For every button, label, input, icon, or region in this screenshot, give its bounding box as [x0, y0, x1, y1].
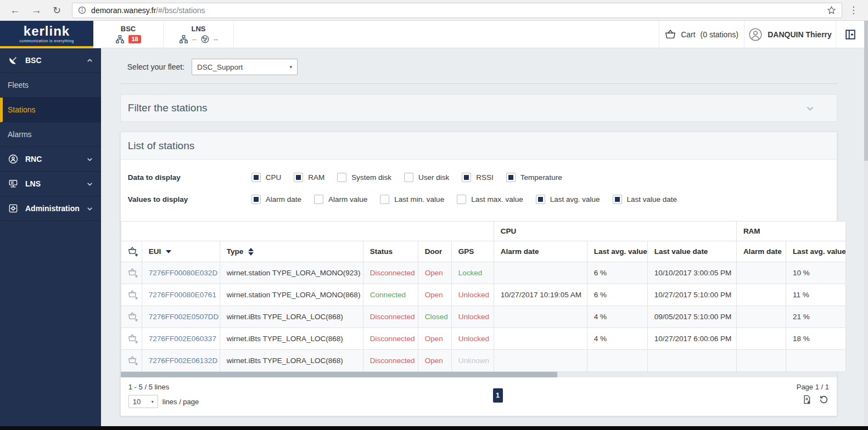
- checkbox-last-value-date[interactable]: Last value date: [613, 195, 677, 204]
- checkbox-checked[interactable]: [251, 195, 261, 204]
- fleet-select-value: DSC_Support: [197, 63, 243, 71]
- refresh-icon[interactable]: [819, 394, 829, 405]
- station-eui-link[interactable]: 7276FF00080E032D: [142, 262, 220, 284]
- station-eui-link[interactable]: 7276FF002E0507DD: [142, 306, 220, 328]
- page-info-icon[interactable]: [78, 6, 86, 14]
- station-eui-link[interactable]: 7276FF002E06132D: [142, 350, 220, 372]
- sidebar-item-alarms[interactable]: Alarms: [0, 122, 101, 147]
- user-menu[interactable]: DANQUIN Thierry: [744, 21, 836, 48]
- values-to-display-row: Values to display Alarm dateAlarm valueL…: [128, 188, 830, 210]
- checkbox-checked[interactable]: [294, 173, 303, 182]
- browser-address-bar[interactable]: demoran.wanesy.fr/#/bsc/stations: [72, 3, 842, 18]
- cpu-last-value-date: [647, 350, 736, 372]
- stations-table: CPU RAM EUI Ty: [121, 221, 846, 372]
- vertical-scrollbar-thumb[interactable]: [864, 21, 868, 161]
- add-to-cart-button[interactable]: [121, 306, 142, 328]
- header-tab-lns[interactable]: LNS -- --: [164, 21, 234, 48]
- column-header-cpu-last-avg[interactable]: Last avg. value: [587, 241, 647, 262]
- column-header-door[interactable]: Door: [418, 241, 451, 262]
- fleet-select[interactable]: DSC_Support ▾: [192, 59, 298, 75]
- checkbox-ram[interactable]: RAM: [294, 173, 324, 182]
- kerlink-logo[interactable]: kerlink communication is everything: [0, 21, 93, 48]
- column-header-ram-alarm-date[interactable]: Alarm date: [736, 241, 786, 262]
- fleet-selector-row: Select your fleet: DSC_Support ▾: [120, 58, 837, 76]
- cart-button[interactable]: Cart (0 stations): [659, 21, 744, 48]
- add-all-to-cart-button[interactable]: [121, 241, 142, 262]
- checkbox-last-min-value[interactable]: Last min. value: [380, 195, 444, 204]
- checkbox-checked[interactable]: [462, 173, 471, 182]
- list-card-header: List of stations: [121, 132, 837, 160]
- sidebar-item-label: Fleets: [8, 81, 29, 89]
- add-to-cart-button[interactable]: [121, 262, 142, 284]
- checkbox-last-avg-value[interactable]: Last avg. value: [536, 195, 600, 204]
- ram-alarm-date: [736, 284, 786, 306]
- checkbox-cpu[interactable]: CPU: [251, 173, 282, 182]
- sidebar-item-label: Administration: [25, 204, 80, 213]
- checkbox-user-disk[interactable]: User disk: [404, 173, 449, 182]
- vertical-scrollbar[interactable]: [864, 21, 868, 426]
- sidebar-item-fleets[interactable]: Fleets: [0, 73, 101, 98]
- checkbox-checked[interactable]: [251, 173, 261, 182]
- sidebar-item-rnc[interactable]: RNC: [0, 147, 101, 172]
- column-header-status[interactable]: Status: [363, 241, 418, 262]
- browser-forward-button[interactable]: →: [27, 5, 46, 15]
- sidebar-item-administration[interactable]: Administration: [0, 196, 101, 221]
- checkbox-last-max-value[interactable]: Last max. value: [457, 195, 523, 204]
- browser-menu-icon[interactable]: ⋮: [844, 4, 863, 16]
- apps-grid-button[interactable]: [836, 21, 864, 48]
- checkbox-unchecked[interactable]: [404, 173, 413, 182]
- checkbox-unchecked[interactable]: [380, 195, 389, 204]
- horizontal-scrollbar[interactable]: [121, 372, 837, 377]
- checkbox-alarm-value[interactable]: Alarm value: [314, 195, 367, 204]
- add-to-cart-button[interactable]: [121, 284, 142, 306]
- sidebar-item-lns[interactable]: LNS: [0, 172, 101, 196]
- checkbox-alarm-date[interactable]: Alarm date: [251, 195, 301, 204]
- add-to-cart-button[interactable]: [121, 350, 142, 372]
- checkbox-unchecked[interactable]: [457, 195, 466, 204]
- lines-per-page-select[interactable]: 10 ▾: [128, 395, 158, 408]
- column-header-eui[interactable]: EUI: [142, 241, 220, 262]
- column-header-gps[interactable]: GPS: [451, 241, 494, 262]
- cpu-last-value-date: 10/27/2017 5:10:00 PM: [647, 284, 736, 306]
- browser-reload-button[interactable]: ↻: [48, 5, 65, 15]
- column-header-cpu-last-value-date[interactable]: Last value date: [647, 241, 736, 262]
- checkbox-unchecked[interactable]: [314, 195, 323, 204]
- checkbox-rssi[interactable]: RSSI: [462, 173, 494, 182]
- add-to-cart-button[interactable]: [121, 328, 142, 350]
- column-header-cpu-alarm-date[interactable]: Alarm date: [494, 241, 587, 262]
- checkbox-label: Last value date: [627, 195, 677, 203]
- checkbox-checked[interactable]: [613, 195, 622, 204]
- sort-descending-icon[interactable]: [166, 250, 171, 253]
- sidebar-item-stations[interactable]: Stations: [0, 98, 101, 122]
- pagination-left: 1 - 5 / 5 lines 10 ▾ lines / page: [128, 383, 199, 408]
- page-button-1[interactable]: 1: [493, 388, 503, 403]
- horizontal-scrollbar-thumb[interactable]: [121, 372, 558, 377]
- export-icon[interactable]: [802, 394, 812, 405]
- column-header-type[interactable]: Type: [220, 241, 363, 262]
- station-row: 7276FF00080E032Dwirnet.station TYPE_LORA…: [121, 262, 845, 284]
- checkbox-checked[interactable]: [506, 173, 516, 182]
- column-label: EUI: [149, 247, 161, 256]
- checkbox-checked[interactable]: [536, 195, 545, 204]
- column-header-ram-last-avg[interactable]: Last avg. value: [786, 241, 845, 262]
- station-status: Disconnected: [363, 306, 418, 328]
- chevron-down-icon[interactable]: [805, 104, 815, 113]
- stations-table-wrap: CPU RAM EUI Ty: [121, 221, 837, 377]
- sort-both-icon[interactable]: [248, 248, 254, 256]
- checkbox-unchecked[interactable]: [337, 173, 346, 182]
- filter-stations-panel[interactable]: Filter the stations: [120, 94, 837, 122]
- browser-back-button[interactable]: ←: [5, 5, 25, 15]
- checkbox-temperature[interactable]: Temperature: [506, 173, 562, 182]
- app-header: kerlink communication is everything BSC …: [0, 21, 868, 48]
- sidebar-item-bsc[interactable]: BSC: [0, 48, 101, 73]
- lns-stat-1: --: [192, 36, 197, 43]
- header-tab-bsc[interactable]: BSC 18: [93, 21, 164, 48]
- antenna-support-icon: [8, 154, 19, 165]
- station-eui-link[interactable]: 7276FF00080E0761: [142, 284, 220, 306]
- bookmark-star-icon[interactable]: [827, 5, 836, 15]
- cpu-alarm-date: [494, 328, 587, 350]
- cpu-last-value-date: 10/27/2017 6:00:06 PM: [647, 328, 736, 350]
- station-eui-link[interactable]: 7276FF002E060337: [142, 328, 220, 350]
- station-row: 7276FF00080E0761wirnet.station TYPE_LORA…: [121, 284, 845, 306]
- checkbox-system-disk[interactable]: System disk: [337, 173, 391, 182]
